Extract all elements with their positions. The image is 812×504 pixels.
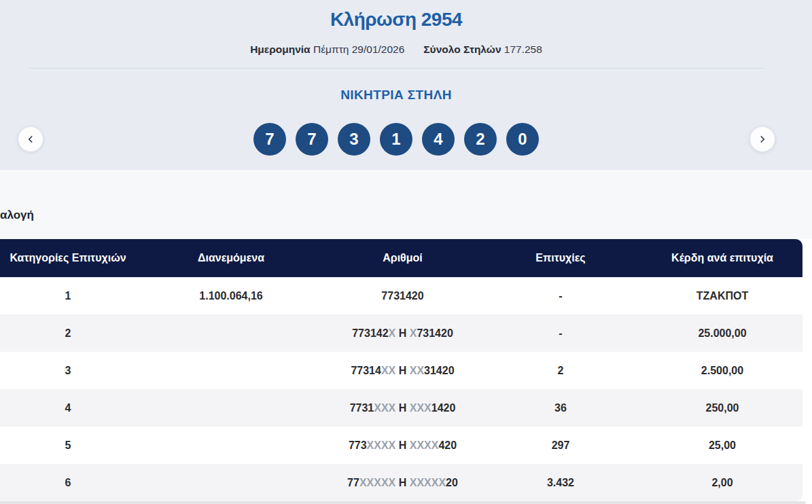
winning-number-ball: 7 — [253, 123, 286, 156]
winning-number-ball: 1 — [380, 123, 412, 156]
masked-digits: XXXX — [410, 439, 439, 451]
table-row: 677XXXXX Η XXXXX203.4322,00 — [0, 464, 802, 501]
masked-digits: XX — [381, 365, 395, 376]
matched-digits: 31420 — [424, 365, 455, 376]
cell-numbers-pattern: 7731420 — [326, 290, 479, 302]
total-columns: Σύνολο Στηλών 177.258 — [423, 43, 542, 55]
previous-draw-button[interactable] — [18, 127, 43, 151]
cell-prize: 2,00 — [642, 477, 802, 489]
cell-wins: 36 — [479, 402, 642, 414]
masked-digits: XX — [410, 365, 424, 376]
column-header-3: Επιτυχίες — [479, 252, 642, 264]
section-heading-cutoff: αλογή — [0, 209, 34, 222]
draw-date: Ημερομηνία Πέμπτη 29/01/2026 — [250, 43, 404, 55]
cell-category: 2 — [0, 327, 136, 340]
page-title: Κλήρωση 2954 — [0, 9, 792, 31]
matched-digits: 420 — [438, 439, 457, 451]
column-header-0: Κατηγορίες Επιτυχιών — [0, 252, 136, 264]
winning-numbers: 7731420 — [253, 123, 539, 156]
cell-numbers-pattern: 773142X Η X731420 — [326, 327, 479, 340]
cell-category: 4 — [0, 402, 136, 414]
column-header-4: Κέρδη ανά επιτυχία — [642, 252, 802, 264]
chevron-right-icon — [758, 134, 767, 144]
columns-label: Σύνολο Στηλών — [423, 43, 501, 55]
cell-numbers-pattern: 7731XXX Η XXX1420 — [326, 402, 479, 414]
cell-category: 3 — [0, 365, 136, 377]
table-row: 5773XXXX Η XXXX42029725,00 — [0, 427, 802, 464]
matched-digits: 1420 — [431, 402, 456, 414]
cell-prize: 25.000,00 — [642, 327, 802, 340]
cell-numbers-pattern: 773XXXX Η XXXX420 — [326, 439, 479, 452]
winning-number-ball: 0 — [506, 123, 539, 156]
table-row: 47731XXX Η XXX142036250,00 — [0, 389, 802, 427]
masked-digits: XXXXX — [359, 477, 395, 488]
matched-digits: 7731420 — [381, 290, 423, 302]
matched-digits: 77 — [347, 477, 359, 488]
matched-digits: Η — [395, 477, 409, 488]
cell-category: 5 — [0, 439, 136, 452]
masked-digits: XXXX — [367, 439, 396, 451]
cell-wins: - — [479, 290, 642, 302]
masked-digits: XXXXX — [410, 477, 446, 488]
cell-wins: 2 — [479, 365, 642, 377]
cell-wins: - — [479, 327, 642, 340]
date-value: Πέμπτη 29/01/2026 — [313, 43, 404, 55]
matched-digits: 773 — [349, 439, 367, 451]
next-draw-button[interactable] — [750, 127, 775, 151]
matched-digits: 77314 — [351, 365, 381, 376]
table-row: 2773142X Η X731420-25.000,00 — [0, 314, 802, 352]
masked-digits: XXX — [374, 402, 395, 414]
matched-digits: Η — [395, 365, 409, 376]
cell-wins: 3.432 — [479, 477, 642, 489]
winning-number-ball: 7 — [296, 123, 328, 156]
table-header-row: Κατηγορίες ΕπιτυχιώνΔιανεμόμεναΑριθμοίΕπ… — [0, 239, 802, 277]
cell-category: 1 — [0, 290, 136, 302]
matched-digits: 731420 — [417, 327, 453, 339]
section-spacer — [0, 170, 812, 239]
winning-number-ball: 3 — [338, 123, 370, 156]
winning-column-title: ΝΙΚΗΤΡΙΑ ΣΤΗΛΗ — [0, 88, 792, 103]
matched-digits: 20 — [446, 477, 458, 488]
draw-meta: Ημερομηνία Πέμπτη 29/01/2026Σύνολο Στηλώ… — [0, 43, 792, 56]
draw-hero-section: Κλήρωση 2954 Ημερομηνία Πέμπτη 29/01/202… — [0, 0, 812, 170]
cell-prize: 2.500,00 — [642, 365, 802, 377]
cell-category: 6 — [0, 477, 136, 489]
table-row: 377314XX Η XX3142022.500,00 — [0, 352, 802, 389]
cell-prize: ΤΖΑΚΠΟΤ — [642, 290, 802, 302]
columns-value: 177.258 — [504, 43, 542, 55]
hero-divider — [29, 68, 764, 69]
table-bottom-edge — [0, 501, 806, 504]
cell-wins: 297 — [479, 439, 642, 452]
matched-digits: Η — [395, 402, 409, 414]
matched-digits: Η — [395, 327, 409, 339]
cell-distributed: 1.100.064,16 — [136, 290, 326, 302]
prize-breakdown-table: Κατηγορίες ΕπιτυχιώνΔιανεμόμεναΑριθμοίΕπ… — [0, 239, 802, 501]
cell-prize: 25,00 — [642, 439, 802, 452]
matched-digits: 773142 — [352, 327, 388, 339]
chevron-left-icon — [26, 134, 35, 144]
masked-digits: X — [389, 327, 396, 339]
masked-digits: X — [410, 327, 417, 339]
cell-prize: 250,00 — [642, 402, 802, 414]
table-body: 11.100.064,167731420-ΤΖΑΚΠΟΤ2773142X Η X… — [0, 277, 802, 501]
masked-digits: XXX — [410, 402, 431, 414]
column-header-2: Αριθμοί — [326, 252, 479, 264]
date-label: Ημερομηνία — [250, 43, 311, 55]
cell-numbers-pattern: 77314XX Η XX31420 — [326, 365, 479, 377]
winning-number-ball: 2 — [464, 123, 497, 156]
matched-digits: Η — [395, 439, 409, 451]
column-header-1: Διανεμόμενα — [136, 252, 326, 264]
winning-number-ball: 4 — [422, 123, 455, 156]
matched-digits: 7731 — [350, 402, 374, 414]
cell-numbers-pattern: 77XXXXX Η XXXXX20 — [326, 477, 479, 489]
table-row: 11.100.064,167731420-ΤΖΑΚΠΟΤ — [0, 277, 802, 314]
